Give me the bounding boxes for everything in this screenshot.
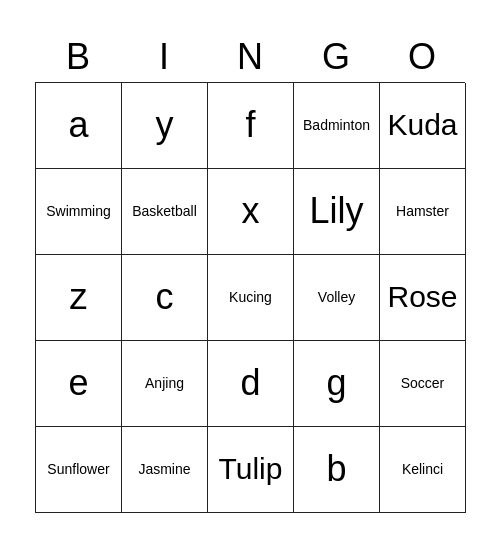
cell-1-1: Basketball <box>122 169 208 255</box>
cell-3-4: Soccer <box>380 341 466 427</box>
cell-text-0-4: Kuda <box>387 107 457 143</box>
cell-3-1: Anjing <box>122 341 208 427</box>
cell-2-2: Kucing <box>208 255 294 341</box>
cell-text-0-3: Badminton <box>303 117 370 134</box>
cell-text-0-0: a <box>68 103 88 146</box>
cell-text-3-0: e <box>68 361 88 404</box>
cell-text-4-3: b <box>326 447 346 490</box>
cell-text-2-1: c <box>156 275 174 318</box>
cell-text-2-3: Volley <box>318 289 355 306</box>
header-letter-I: I <box>121 32 207 82</box>
header-letter-O: O <box>379 32 465 82</box>
cell-text-0-1: y <box>156 103 174 146</box>
cell-1-0: Swimming <box>36 169 122 255</box>
cell-text-1-0: Swimming <box>46 203 111 220</box>
header-letter-B: B <box>35 32 121 82</box>
header-letter-G: G <box>293 32 379 82</box>
cell-text-3-3: g <box>326 361 346 404</box>
cell-1-4: Hamster <box>380 169 466 255</box>
cell-0-3: Badminton <box>294 83 380 169</box>
cell-4-1: Jasmine <box>122 427 208 513</box>
cell-text-2-0: z <box>70 275 88 318</box>
cell-text-3-1: Anjing <box>145 375 184 392</box>
header-letter-N: N <box>207 32 293 82</box>
cell-0-2: f <box>208 83 294 169</box>
bingo-grid: ayfBadmintonKudaSwimmingBasketballxLilyH… <box>35 82 465 513</box>
cell-text-2-2: Kucing <box>229 289 272 306</box>
cell-4-0: Sunflower <box>36 427 122 513</box>
cell-text-3-2: d <box>240 361 260 404</box>
cell-text-1-1: Basketball <box>132 203 197 220</box>
cell-text-4-1: Jasmine <box>138 461 190 478</box>
cell-2-1: c <box>122 255 208 341</box>
bingo-header: BINGO <box>35 32 465 82</box>
cell-3-0: e <box>36 341 122 427</box>
cell-text-0-2: f <box>245 103 255 146</box>
cell-3-3: g <box>294 341 380 427</box>
cell-4-4: Kelinci <box>380 427 466 513</box>
cell-1-3: Lily <box>294 169 380 255</box>
cell-text-1-3: Lily <box>309 189 363 232</box>
cell-4-3: b <box>294 427 380 513</box>
cell-2-0: z <box>36 255 122 341</box>
cell-3-2: d <box>208 341 294 427</box>
cell-text-1-4: Hamster <box>396 203 449 220</box>
cell-0-1: y <box>122 83 208 169</box>
cell-0-0: a <box>36 83 122 169</box>
bingo-card: BINGO ayfBadmintonKudaSwimmingBasketball… <box>35 32 465 513</box>
cell-text-2-4: Rose <box>387 279 457 315</box>
cell-0-4: Kuda <box>380 83 466 169</box>
cell-2-4: Rose <box>380 255 466 341</box>
cell-4-2: Tulip <box>208 427 294 513</box>
cell-text-1-2: x <box>242 189 260 232</box>
cell-text-4-2: Tulip <box>219 451 283 487</box>
cell-text-3-4: Soccer <box>401 375 445 392</box>
cell-2-3: Volley <box>294 255 380 341</box>
cell-text-4-4: Kelinci <box>402 461 443 478</box>
cell-1-2: x <box>208 169 294 255</box>
cell-text-4-0: Sunflower <box>47 461 109 478</box>
